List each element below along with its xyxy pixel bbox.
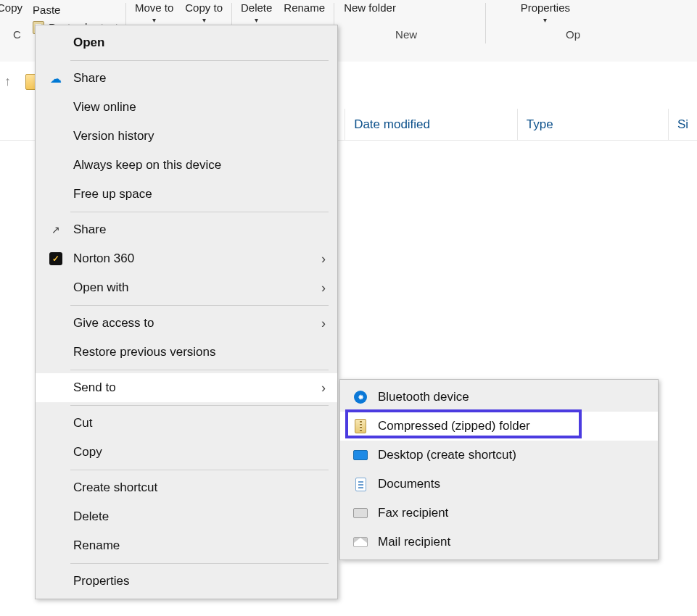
ribbon-copy-to-label: Copy to: [185, 1, 223, 14]
menu-version-history[interactable]: Version history: [36, 122, 337, 151]
submenu-documents-label: Documents: [378, 477, 648, 491]
menu-cut-label: Cut: [73, 416, 327, 430]
dropdown-caret-icon: ▾: [255, 16, 258, 25]
submenu-fax[interactable]: Fax recipient: [340, 499, 658, 528]
menu-share-cloud[interactable]: ☁ Share: [36, 64, 337, 93]
chevron-right-icon: ›: [321, 281, 326, 294]
menu-separator: [70, 212, 329, 212]
menu-restore-previous[interactable]: Restore previous versions: [36, 338, 337, 367]
col-header-type-label: Type: [527, 117, 553, 132]
menu-copy[interactable]: Copy: [36, 438, 337, 467]
menu-send-to-label: Send to: [73, 380, 327, 395]
document-icon: [355, 478, 366, 491]
submenu-compressed-label: Compressed (zipped) folder: [378, 419, 648, 433]
ribbon-new-folder-label: New folder: [344, 1, 396, 14]
menu-rename-label: Rename: [73, 538, 327, 553]
menu-properties-label: Properties: [73, 574, 327, 588]
menu-share[interactable]: ↗ Share: [36, 215, 337, 244]
desktop-icon: [353, 450, 368, 460]
menu-create-shortcut-label: Create shortcut: [73, 480, 327, 495]
dropdown-caret-icon: ▾: [152, 16, 156, 25]
ribbon-group-clipboard: C: [13, 28, 21, 41]
menu-copy-label: Copy: [73, 445, 327, 459]
menu-separator: [70, 563, 329, 564]
menu-send-to[interactable]: Send to ›: [36, 373, 337, 402]
col-header-size-label: Si: [677, 117, 688, 132]
menu-give-access-label: Give access to: [73, 316, 327, 330]
dropdown-caret-icon: ▾: [543, 16, 547, 25]
ribbon-move-to-label: Move to: [135, 1, 173, 14]
menu-open[interactable]: Open: [36, 28, 337, 57]
menu-create-shortcut[interactable]: Create shortcut: [36, 473, 337, 502]
chevron-right-icon: ›: [321, 317, 326, 330]
zip-folder-icon: [355, 419, 366, 433]
menu-norton[interactable]: Norton 360 ›: [36, 244, 337, 273]
col-header-date-modified[interactable]: Date modified: [345, 109, 517, 140]
share-icon: ↗: [51, 224, 60, 236]
submenu-bluetooth[interactable]: ⁕ Bluetooth device: [340, 383, 658, 412]
ribbon-rename-label: Rename: [284, 1, 325, 14]
menu-version-history-label: Version history: [73, 129, 327, 143]
dropdown-caret-icon: ▾: [202, 16, 206, 25]
ribbon-new-folder[interactable]: New folder: [337, 1, 403, 43]
ribbon-paste[interactable]: Paste: [28, 1, 123, 19]
submenu-documents[interactable]: Documents: [340, 470, 658, 499]
context-menu: Open ☁ Share View online Version history…: [35, 25, 338, 599]
menu-free-up-space[interactable]: Free up space: [36, 180, 337, 209]
menu-delete[interactable]: Delete: [36, 502, 337, 531]
cloud-icon: ☁: [50, 72, 62, 86]
menu-cut[interactable]: Cut: [36, 409, 337, 438]
menu-open-label: Open: [73, 36, 327, 50]
ribbon-group-new: New: [395, 28, 417, 41]
menu-delete-label: Delete: [73, 509, 327, 524]
submenu-desktop-label: Desktop (create shortcut): [378, 448, 648, 462]
submenu-compressed[interactable]: Compressed (zipped) folder: [340, 412, 658, 441]
submenu-bluetooth-label: Bluetooth device: [378, 390, 648, 404]
menu-separator: [70, 370, 329, 370]
menu-rename[interactable]: Rename: [36, 531, 337, 560]
menu-view-online[interactable]: View online: [36, 93, 337, 122]
ribbon-properties-label: Properties: [521, 1, 570, 14]
ribbon-copy-label: Copy: [0, 1, 22, 14]
up-arrow-icon[interactable]: ↑: [4, 74, 11, 89]
ribbon-separator: [485, 3, 486, 43]
submenu-mail[interactable]: Mail recipient: [340, 528, 658, 557]
submenu-desktop[interactable]: Desktop (create shortcut): [340, 441, 658, 470]
menu-separator: [70, 405, 329, 406]
ribbon-paste-label: Paste: [33, 4, 60, 17]
chevron-right-icon: ›: [321, 252, 326, 265]
submenu-mail-label: Mail recipient: [378, 535, 648, 549]
menu-give-access-to[interactable]: Give access to ›: [36, 309, 337, 338]
mail-icon: [353, 537, 368, 547]
bluetooth-icon: ⁕: [354, 391, 367, 404]
menu-separator: [70, 60, 329, 61]
menu-always-keep-label: Always keep on this device: [73, 158, 327, 172]
menu-separator: [70, 305, 329, 306]
send-to-submenu: ⁕ Bluetooth device Compressed (zipped) f…: [339, 379, 659, 560]
chevron-right-icon: ›: [321, 381, 326, 394]
menu-open-with[interactable]: Open with ›: [36, 273, 337, 302]
menu-share-cloud-label: Share: [73, 71, 327, 86]
menu-always-keep[interactable]: Always keep on this device: [36, 151, 337, 180]
col-header-date-label: Date modified: [354, 117, 430, 132]
menu-open-with-label: Open with: [73, 280, 327, 295]
ribbon-group-open-prefix: Op: [566, 28, 580, 41]
menu-restore-previous-label: Restore previous versions: [73, 345, 327, 359]
menu-norton-label: Norton 360: [73, 251, 327, 266]
menu-properties[interactable]: Properties: [36, 567, 337, 596]
col-header-type[interactable]: Type: [517, 109, 668, 140]
menu-free-up-label: Free up space: [73, 187, 327, 201]
ribbon-delete-label: Delete: [241, 1, 272, 14]
norton-icon: [49, 252, 62, 265]
col-header-size[interactable]: Si: [668, 109, 697, 140]
menu-separator: [70, 470, 329, 470]
menu-share-label: Share: [73, 222, 327, 237]
fax-icon: [353, 508, 368, 518]
submenu-fax-label: Fax recipient: [378, 506, 648, 520]
menu-view-online-label: View online: [73, 100, 327, 115]
